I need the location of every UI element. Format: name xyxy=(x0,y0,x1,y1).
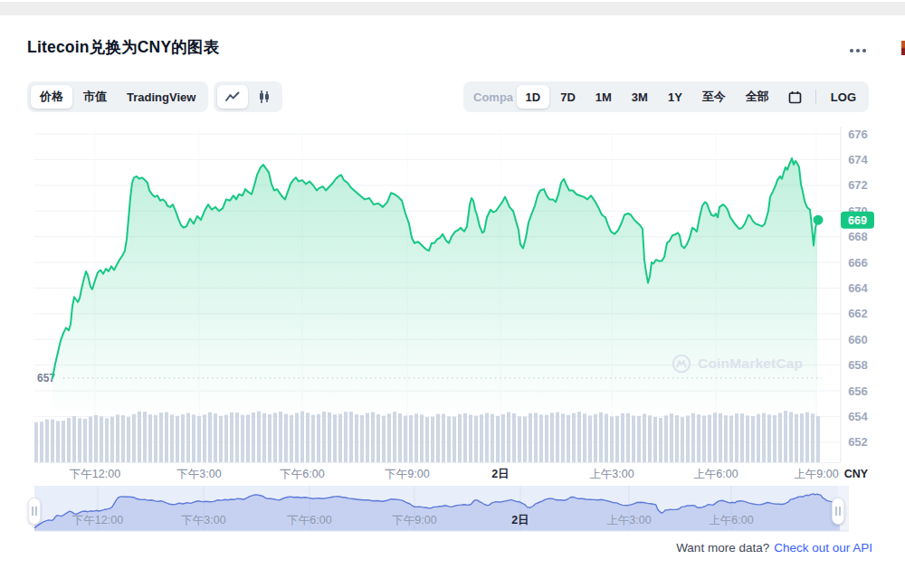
toolbar-divider xyxy=(815,90,816,104)
api-promo: Want more data?Check out our API xyxy=(676,541,872,555)
y-axis-label: 674 xyxy=(848,153,868,166)
navigator-label: 下午6:00 xyxy=(287,514,331,526)
navigator-label: 下午3:00 xyxy=(181,514,225,526)
tab-tradingview[interactable]: TradingView xyxy=(118,85,205,109)
y-axis-label: 672 xyxy=(848,178,868,192)
current-price-badge: 669 xyxy=(841,212,874,229)
tab-price[interactable]: 价格 xyxy=(31,85,72,109)
calendar-icon xyxy=(788,90,802,104)
timeframe-1y[interactable]: 1Y xyxy=(659,85,691,109)
y-axis-label: 658 xyxy=(848,358,868,372)
timeframe-selector: 1D7D1M3M1Y至今全部LOG xyxy=(513,81,869,112)
x-axis-label: CNY xyxy=(844,468,869,480)
y-axis-label: 652 xyxy=(848,435,868,449)
calendar-button[interactable] xyxy=(780,85,810,109)
y-axis-label: 662 xyxy=(848,307,868,320)
y-axis-label: 666 xyxy=(848,256,868,270)
navigator: 下午12:00下午3:00下午6:00下午9:002日上午3:00上午6:00 xyxy=(34,486,849,531)
api-promo-text: Want more data? xyxy=(676,541,769,555)
y-axis-labels: 676674672670668666664662660658656654652 xyxy=(848,128,868,450)
candlestick-icon xyxy=(258,90,271,104)
watermark-text: CoinMarketCap xyxy=(698,356,803,372)
y-axis-label: 676 xyxy=(848,128,868,141)
navigator-label: 2日 xyxy=(511,514,529,526)
x-axis-label: 上午9:00 xyxy=(794,468,838,480)
timeframe-至今[interactable]: 至今 xyxy=(693,85,735,109)
y-axis-label: 654 xyxy=(848,410,868,423)
y-axis-label: 664 xyxy=(848,281,868,295)
chart-type-toggle xyxy=(214,81,282,112)
navigator-label: 上午3:00 xyxy=(606,514,651,526)
current-price-dot xyxy=(814,215,824,225)
navigator-label: 上午6:00 xyxy=(709,514,753,526)
navigator-handle-right[interactable] xyxy=(832,498,844,525)
timeframe-1m[interactable]: 1M xyxy=(586,85,621,109)
x-axis-label: 下午9:00 xyxy=(385,468,429,480)
y-axis-label: 656 xyxy=(848,384,868,398)
x-axis-label: 下午6:00 xyxy=(280,468,324,480)
price-market-tabs: 价格市值TradingView xyxy=(27,81,208,112)
navigator-label: 下午12:00 xyxy=(72,514,123,526)
timeframe-log[interactable]: LOG xyxy=(822,85,865,109)
api-link[interactable]: Check out our API xyxy=(774,541,872,555)
y-axis-label: 660 xyxy=(848,333,868,346)
coinmarketcap-watermark: CoinMarketCap xyxy=(672,354,803,374)
x-axis-labels: 下午12:00下午3:00下午6:00下午9:002日上午3:00上午6:00上… xyxy=(70,468,869,480)
navigator-handle-left[interactable] xyxy=(28,498,41,525)
coinmarketcap-logo-icon xyxy=(672,354,691,374)
x-axis-label: 下午3:00 xyxy=(176,468,221,480)
litecoin-chart-page: Litecoin兑换为CNY的图表 价格市值TradingView xyxy=(0,0,905,588)
x-axis-label: 2日 xyxy=(491,468,509,480)
price-area-fill xyxy=(52,158,817,412)
navigator-label: 下午9:00 xyxy=(392,514,436,526)
volume-bars xyxy=(34,411,820,462)
y-axis-label: 668 xyxy=(848,230,868,243)
timeframe-7d[interactable]: 7D xyxy=(551,85,585,109)
tab-marketcap[interactable]: 市值 xyxy=(74,85,116,109)
line-chart-type-button[interactable] xyxy=(217,85,248,109)
x-axis-label: 上午6:00 xyxy=(693,468,738,480)
timeframe-3m[interactable]: 3M xyxy=(623,85,657,109)
timeframe-1d[interactable]: 1D xyxy=(517,85,550,109)
timeframe-全部[interactable]: 全部 xyxy=(737,85,778,109)
x-axis-label: 上午3:00 xyxy=(589,468,634,480)
svg-text:669: 669 xyxy=(848,214,867,227)
candlestick-chart-type-button[interactable] xyxy=(250,85,279,109)
chart-toolbar: 价格市值TradingView Compare with xyxy=(0,81,905,112)
line-chart-icon xyxy=(225,91,240,102)
x-axis-label: 下午12:00 xyxy=(70,468,120,480)
